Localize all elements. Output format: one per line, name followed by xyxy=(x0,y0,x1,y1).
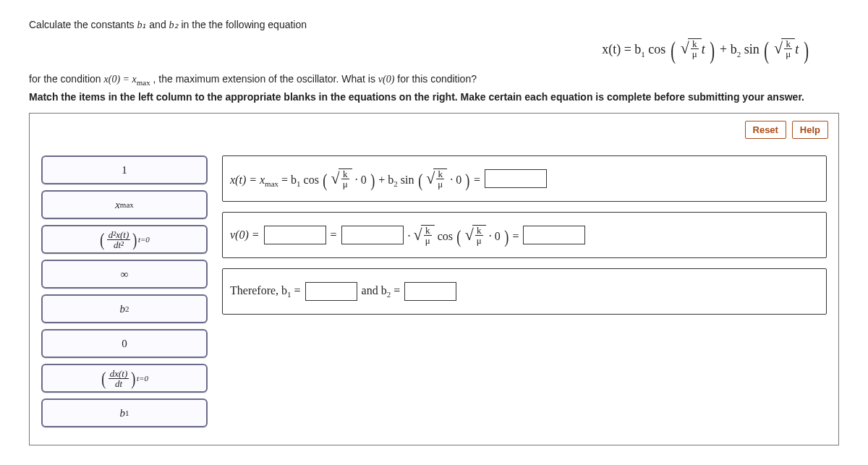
blank-r3-2[interactable] xyxy=(404,282,456,301)
matching-panel: Reset Help 1 xmax ( d²x(t)dt² ) t=0 ∞ b2… xyxy=(29,113,839,445)
tile-b1[interactable]: b1 xyxy=(41,398,208,427)
prompt-line-2: for the condition x(0) = xmax , the maxi… xyxy=(29,73,839,87)
var-b1: b₁ xyxy=(137,20,146,30)
tile-b2[interactable]: b2 xyxy=(41,294,208,323)
text: in the the following equation xyxy=(181,19,307,30)
prompt-line-3: Match the items in the left column to th… xyxy=(29,91,839,103)
tile-infinity[interactable]: ∞ xyxy=(41,260,208,289)
button-bar: Reset Help xyxy=(742,121,828,139)
main-equation: x(t) = b1 cos ( √kμt ) + b2 sin ( √kμt ) xyxy=(29,38,810,60)
tile-1[interactable]: 1 xyxy=(41,155,208,184)
tile-dxdt[interactable]: ( dx(t)dt ) t=0 xyxy=(41,364,208,393)
tile-xmax[interactable]: xmax xyxy=(41,190,208,219)
tile-0[interactable]: 0 xyxy=(41,329,208,358)
blank-r2-2[interactable] xyxy=(341,226,404,244)
help-button[interactable]: Help xyxy=(792,121,828,139)
tile-column: 1 xmax ( d²x(t)dt² ) t=0 ∞ b2 0 ( dx(t)d… xyxy=(41,155,208,427)
text: and xyxy=(149,19,169,30)
equation-row-3: Therefore, b1 = and b2 = xyxy=(222,268,827,315)
blank-r3-1[interactable] xyxy=(305,282,357,301)
equation-row-1: x(t) = xmax = b1 cos ( √kμ · 0 ) + b2 si… xyxy=(222,155,827,202)
prompt-line-1: Calculate the constants b₁ and b₂ in the… xyxy=(29,19,839,31)
var-b2: b₂ xyxy=(169,20,179,30)
text: Calculate the constants xyxy=(29,19,137,30)
blank-r2-1[interactable] xyxy=(264,226,326,244)
reset-button[interactable]: Reset xyxy=(745,121,786,139)
target-column: x(t) = xmax = b1 cos ( √kμ · 0 ) + b2 si… xyxy=(222,155,827,427)
blank-r1-1[interactable] xyxy=(485,169,547,188)
equation-row-2: v(0) = = · √kμ cos ( √kμ · 0 ) = xyxy=(222,212,827,258)
tile-d2xdt2[interactable]: ( d²x(t)dt² ) t=0 xyxy=(41,225,208,254)
blank-r2-3[interactable] xyxy=(523,226,585,244)
